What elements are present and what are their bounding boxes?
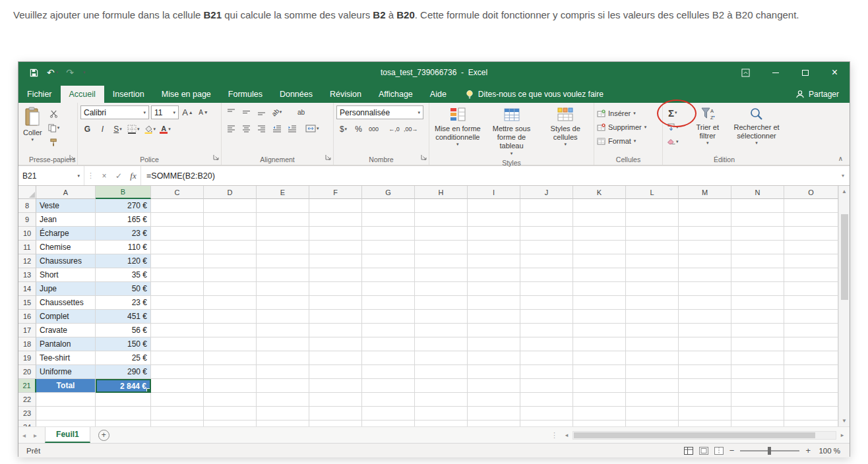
cell-G11[interactable]	[362, 241, 415, 254]
cell-I17[interactable]	[468, 324, 520, 337]
cell-styles-button[interactable]: Styles de cellules ▾	[540, 105, 591, 158]
cell-H11[interactable]	[415, 241, 468, 254]
cell-H10[interactable]	[415, 227, 468, 241]
cell-H16[interactable]	[415, 310, 468, 324]
cell-E24[interactable]	[257, 420, 309, 426]
cell-K11[interactable]	[573, 241, 626, 254]
cell-G17[interactable]	[362, 324, 415, 337]
cell-O17[interactable]	[784, 324, 838, 337]
cell-D16[interactable]	[204, 310, 257, 324]
cell-M16[interactable]	[679, 310, 731, 324]
cell-B18[interactable]: 150 €	[96, 337, 151, 351]
cell-A9[interactable]: Jean	[36, 213, 96, 227]
cell-D11[interactable]	[204, 241, 257, 254]
cell-B21[interactable]: 2 844 €	[96, 379, 151, 393]
cell-K21[interactable]	[573, 379, 626, 393]
cell-C13[interactable]	[151, 268, 204, 282]
cell-A21[interactable]: Total	[36, 379, 96, 393]
cell-B22[interactable]	[96, 393, 151, 407]
cell-J10[interactable]	[520, 227, 573, 241]
cell-K19[interactable]	[573, 351, 626, 365]
cell-M12[interactable]	[679, 254, 731, 268]
cell-E22[interactable]	[257, 393, 309, 407]
collapse-ribbon-button[interactable]: ∧	[838, 155, 843, 162]
cell-G16[interactable]	[362, 310, 415, 324]
cell-N8[interactable]	[731, 199, 784, 213]
wrap-text-button[interactable]: ab	[294, 105, 308, 119]
cell-K15[interactable]	[573, 296, 626, 310]
cell-O18[interactable]	[784, 337, 838, 351]
cell-H13[interactable]	[415, 268, 468, 282]
cell-L9[interactable]	[626, 213, 679, 227]
column-header-C[interactable]: C	[151, 186, 204, 199]
format-painter-button[interactable]	[47, 136, 61, 149]
increase-indent-button[interactable]	[285, 122, 299, 135]
cell-G12[interactable]	[362, 254, 415, 268]
select-all-corner[interactable]	[18, 186, 36, 199]
cell-B15[interactable]: 23 €	[96, 296, 151, 310]
cell-A16[interactable]: Complet	[36, 310, 96, 324]
cell-N9[interactable]	[731, 213, 784, 227]
cell-O22[interactable]	[784, 393, 838, 407]
cell-M20[interactable]	[679, 365, 731, 379]
cell-C20[interactable]	[151, 365, 204, 379]
cell-F23[interactable]	[309, 407, 362, 420]
cell-O24[interactable]	[784, 420, 838, 426]
sheet-tab-feuil1[interactable]: Feuil1	[45, 427, 90, 443]
cell-C14[interactable]	[151, 282, 204, 296]
name-box[interactable]: B21▾	[18, 166, 84, 185]
cell-K9[interactable]	[573, 213, 626, 227]
cell-F18[interactable]	[309, 337, 362, 351]
cell-D13[interactable]	[204, 268, 257, 282]
cell-O15[interactable]	[784, 296, 838, 310]
cell-A22[interactable]	[36, 393, 96, 407]
tab-splitter[interactable]: ⋮	[548, 431, 561, 440]
cell-I21[interactable]	[468, 379, 520, 393]
cell-M18[interactable]	[679, 337, 731, 351]
italic-button[interactable]: I	[96, 123, 109, 136]
cell-K23[interactable]	[573, 407, 626, 420]
cell-F14[interactable]	[309, 282, 362, 296]
cell-C10[interactable]	[151, 227, 204, 241]
cell-F11[interactable]	[309, 241, 362, 254]
cell-N20[interactable]	[731, 365, 784, 379]
cell-M17[interactable]	[679, 324, 731, 337]
cell-L15[interactable]	[626, 296, 679, 310]
cell-L13[interactable]	[626, 268, 679, 282]
cell-A12[interactable]: Chaussures	[36, 254, 96, 268]
zoom-in-button[interactable]: +	[805, 446, 811, 455]
cell-N13[interactable]	[731, 268, 784, 282]
cell-A17[interactable]: Cravate	[36, 324, 96, 337]
column-header-G[interactable]: G	[362, 186, 415, 199]
column-header-L[interactable]: L	[626, 186, 679, 199]
cell-N24[interactable]	[731, 420, 784, 426]
shrink-font-button[interactable]: A▼	[197, 105, 210, 119]
cell-H18[interactable]	[415, 337, 468, 351]
column-header-D[interactable]: D	[204, 186, 257, 199]
new-sheet-button[interactable]: +	[98, 430, 109, 441]
cell-H12[interactable]	[415, 254, 468, 268]
cell-O8[interactable]	[784, 199, 838, 213]
cell-E8[interactable]	[257, 199, 309, 213]
cell-D22[interactable]	[204, 393, 257, 407]
cell-M13[interactable]	[679, 268, 731, 282]
cut-button[interactable]	[47, 107, 61, 120]
conditional-formatting-button[interactable]: Mise en forme conditionnelle ▾	[432, 105, 483, 158]
fill-color-button[interactable]: ▾	[142, 123, 158, 136]
cell-C8[interactable]	[151, 199, 204, 213]
align-right-button[interactable]	[255, 122, 268, 135]
cell-H17[interactable]	[415, 324, 468, 337]
cell-I18[interactable]	[468, 337, 520, 351]
cell-G24[interactable]	[362, 420, 415, 426]
cell-C19[interactable]	[151, 351, 204, 365]
row-header-15[interactable]: 15	[18, 296, 36, 310]
font-name-combo[interactable]: Calibri▾	[80, 105, 149, 119]
tab-revision[interactable]: Révision	[321, 86, 370, 103]
cell-A18[interactable]: Pantalon	[36, 337, 96, 351]
cell-N17[interactable]	[731, 324, 784, 337]
cell-O13[interactable]	[784, 268, 838, 282]
cell-D21[interactable]	[204, 379, 257, 393]
cell-B16[interactable]: 451 €	[96, 310, 151, 324]
row-header-21[interactable]: 21	[18, 379, 36, 393]
confirm-entry-button[interactable]: ✓	[111, 171, 126, 181]
